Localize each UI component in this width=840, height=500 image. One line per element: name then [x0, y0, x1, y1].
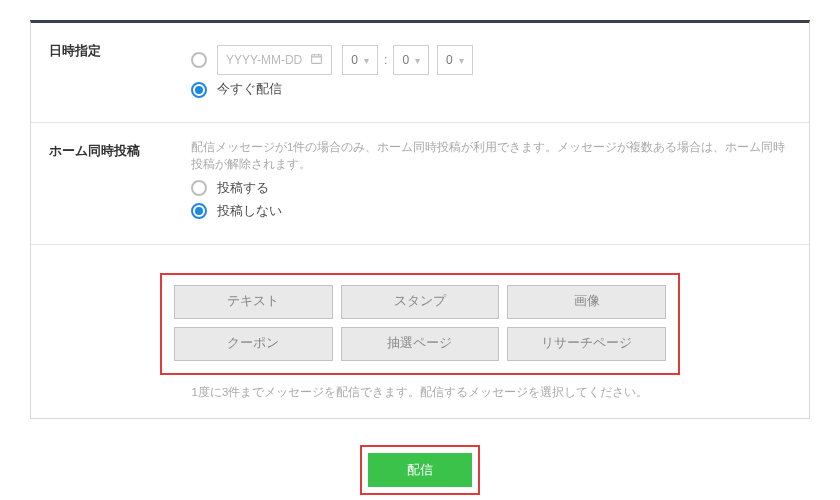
- chevron-down-icon: ▾: [415, 55, 420, 66]
- calendar-icon: [310, 52, 323, 68]
- label-datetime: 日時指定: [31, 23, 191, 122]
- radio-line-immediate[interactable]: 今すぐ配信: [191, 81, 791, 98]
- radio-post-no-label: 投稿しない: [217, 203, 282, 220]
- type-stamp-button[interactable]: スタンプ: [341, 285, 500, 319]
- type-text-button[interactable]: テキスト: [174, 285, 333, 319]
- svg-rect-0: [312, 55, 322, 64]
- message-type-section: テキスト スタンプ 画像 クーポン 抽選ページ リサーチページ 1度に3件までメ…: [31, 245, 809, 418]
- radio-immediate-label: 今すぐ配信: [217, 81, 282, 98]
- date-placeholder: YYYY-MM-DD: [226, 53, 302, 67]
- minute-2-select[interactable]: 0 ▾: [437, 45, 473, 75]
- message-type-note: 1度に3件までメッセージを配信できます。配信するメッセージを選択してください。: [31, 385, 809, 400]
- radio-post-yes-label: 投稿する: [217, 180, 269, 197]
- minute-1-select[interactable]: 0 ▾: [393, 45, 429, 75]
- send-button[interactable]: 配信: [368, 453, 472, 487]
- home-post-hint: 配信メッセージが1件の場合のみ、ホーム同時投稿が利用できます。メッセージが複数あ…: [191, 139, 791, 174]
- type-lottery-button[interactable]: 抽選ページ: [341, 327, 500, 361]
- message-type-highlight: テキスト スタンプ 画像 クーポン 抽選ページ リサーチページ: [160, 273, 680, 375]
- radio-line-scheduled[interactable]: YYYY-MM-DD 0 ▾ :: [191, 45, 791, 75]
- row-home-post: ホーム同時投稿 配信メッセージが1件の場合のみ、ホーム同時投稿が利用できます。メ…: [31, 123, 809, 245]
- chevron-down-icon: ▾: [364, 55, 369, 66]
- type-coupon-button[interactable]: クーポン: [174, 327, 333, 361]
- radio-post-no[interactable]: [191, 203, 207, 219]
- type-research-button[interactable]: リサーチページ: [507, 327, 666, 361]
- send-highlight: 配信: [360, 445, 480, 495]
- radio-scheduled[interactable]: [191, 52, 207, 68]
- radio-line-post-yes[interactable]: 投稿する: [191, 180, 791, 197]
- radio-post-yes[interactable]: [191, 180, 207, 196]
- type-image-button[interactable]: 画像: [507, 285, 666, 319]
- chevron-down-icon: ▾: [459, 55, 464, 66]
- date-input[interactable]: YYYY-MM-DD: [217, 45, 332, 75]
- radio-immediate[interactable]: [191, 82, 207, 98]
- label-home-post: ホーム同時投稿: [31, 123, 191, 244]
- hour-select[interactable]: 0 ▾: [342, 45, 378, 75]
- radio-line-post-no[interactable]: 投稿しない: [191, 203, 791, 220]
- row-datetime: 日時指定 YYYY-MM-DD: [31, 23, 809, 123]
